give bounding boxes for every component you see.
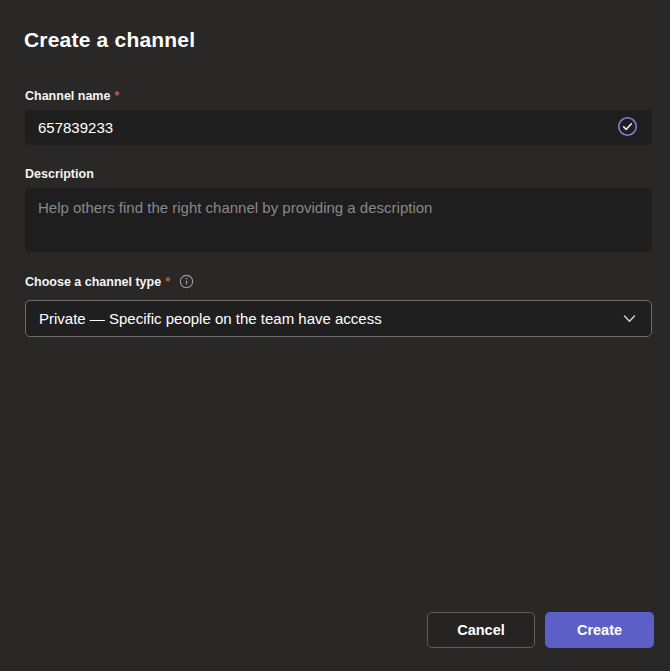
channel-type-selected-option: Private — Specific people on the team ha… (26, 310, 620, 327)
channel-type-label-text: Choose a channel type (25, 275, 161, 289)
chevron-down-icon (620, 309, 639, 328)
channel-name-input[interactable] (25, 110, 652, 145)
info-icon[interactable] (179, 274, 194, 289)
channel-type-label: Choose a channel type* (25, 274, 194, 289)
dialog-title: Create a channel (24, 28, 195, 52)
description-textarea[interactable] (25, 188, 652, 252)
required-asterisk: * (114, 89, 119, 103)
create-channel-dialog: Create a channel Channel name* Descripti… (0, 0, 670, 671)
channel-name-label: Channel name* (25, 89, 119, 103)
description-label: Description (25, 167, 94, 181)
channel-name-label-text: Channel name (25, 89, 110, 103)
required-asterisk: * (165, 275, 170, 289)
channel-type-dropdown[interactable]: Private — Specific people on the team ha… (25, 300, 652, 337)
create-button[interactable]: Create (545, 612, 654, 648)
cancel-button[interactable]: Cancel (427, 612, 535, 648)
